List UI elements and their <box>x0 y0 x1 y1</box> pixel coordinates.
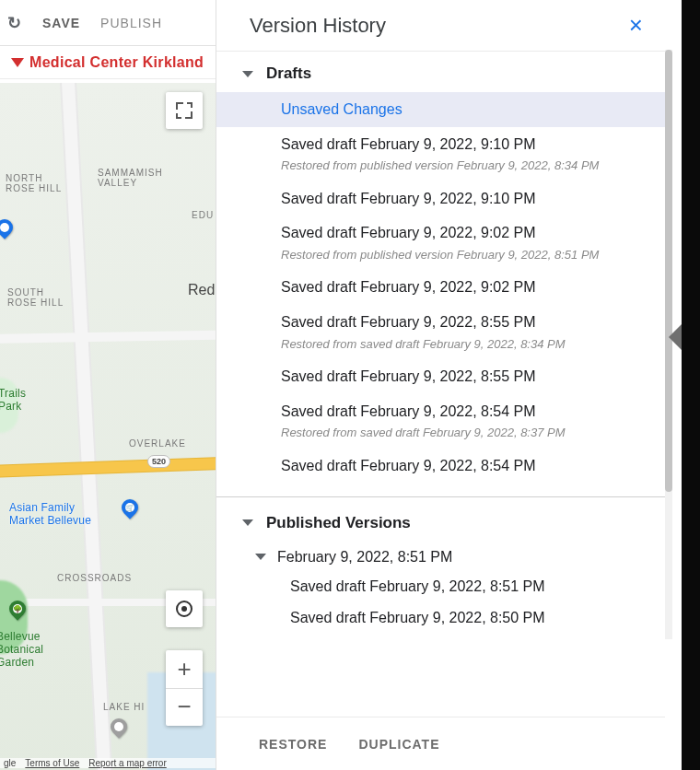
version-item[interactable]: Saved draft February 9, 2022, 8:50 PM <box>216 602 665 634</box>
version-label: Unsaved Changes <box>281 99 654 120</box>
window-frame-rail <box>682 0 700 770</box>
redo-icon[interactable]: ↻ <box>7 13 22 33</box>
version-label: Saved draft February 9, 2022, 8:50 PM <box>290 610 545 625</box>
panel-body: Drafts Unsaved Changes Saved draft Febru… <box>216 52 665 770</box>
map-attribution: gle Terms of Use Report a map error <box>0 758 216 768</box>
fullscreen-button[interactable] <box>166 92 203 129</box>
map-label: LAKE HI <box>103 702 145 712</box>
version-note: Restored from published version February… <box>281 247 654 263</box>
version-label: Saved draft February 9, 2022, 8:55 PM <box>281 367 654 387</box>
version-item[interactable]: Saved draft February 9, 2022, 9:02 PM Re… <box>216 216 665 270</box>
version-item[interactable]: Saved draft February 9, 2022, 8:55 PM <box>216 359 665 394</box>
location-name: Medical Center Kirkland <box>29 54 204 71</box>
close-icon[interactable]: × <box>625 11 647 40</box>
published-section-label: Published Versions <box>266 514 411 532</box>
published-group-label: February 9, 2022, 8:51 PM <box>277 549 452 566</box>
version-item[interactable]: Saved draft February 9, 2022, 9:02 PM <box>216 270 665 305</box>
section-divider <box>216 496 665 497</box>
version-label: Saved draft February 9, 2022, 8:51 PM <box>290 578 545 594</box>
save-button[interactable]: SAVE <box>42 16 80 30</box>
version-label: Saved draft February 9, 2022, 8:55 PM <box>281 312 654 332</box>
locate-icon <box>176 601 192 617</box>
version-item[interactable]: Saved draft February 9, 2022, 8:54 PM Re… <box>216 394 665 449</box>
version-item[interactable]: Saved draft February 9, 2022, 8:54 PM <box>216 449 665 484</box>
terms-of-use-link[interactable]: Terms of Use <box>25 758 79 768</box>
map-label: Trails Park <box>0 387 26 413</box>
report-map-error-link[interactable]: Report a map error <box>88 758 166 768</box>
published-section-header[interactable]: Published Versions <box>216 501 665 542</box>
chevron-down-icon <box>242 71 253 77</box>
map-attribution-text: gle <box>4 758 16 768</box>
version-label: Saved draft February 9, 2022, 9:10 PM <box>281 134 654 155</box>
map-label: EDU <box>192 210 214 220</box>
map-label: Bellevue Botanical Garden <box>0 630 43 669</box>
version-label: Saved draft February 9, 2022, 8:54 PM <box>281 402 654 422</box>
map-label: Redn <box>188 282 216 298</box>
zoom-control: + − <box>166 650 203 726</box>
version-note: Restored from published version February… <box>281 158 654 174</box>
chevron-down-icon <box>242 519 253 526</box>
map-canvas[interactable]: NORTH ROSE HILL SAMMAMISH VALLEY EDU SOU… <box>0 83 216 770</box>
map-label: SAMMAMISH VALLEY <box>98 168 163 188</box>
panel-header: Version History × <box>216 0 665 52</box>
version-item[interactable]: Unsaved Changes <box>216 92 665 127</box>
map-label: OVERLAKE <box>129 438 186 449</box>
location-marker-icon <box>11 58 24 67</box>
version-item[interactable]: Saved draft February 9, 2022, 8:55 PM Re… <box>216 305 665 359</box>
published-version-group[interactable]: February 9, 2022, 8:51 PM <box>216 542 665 571</box>
drafts-section-header[interactable]: Drafts <box>216 52 665 92</box>
version-note: Restored from saved draft February 9, 20… <box>281 336 654 353</box>
restore-button[interactable]: RESTORE <box>259 737 327 752</box>
map-label: NORTH ROSE HILL <box>6 173 62 193</box>
version-label: Saved draft February 9, 2022, 9:02 PM <box>281 277 654 298</box>
version-label: Saved draft February 9, 2022, 8:54 PM <box>281 456 654 476</box>
publish-button[interactable]: PUBLISH <box>100 16 162 30</box>
version-label: Saved draft February 9, 2022, 9:02 PM <box>281 223 654 243</box>
map-label-poi: Asian Family Market Bellevue <box>9 501 91 527</box>
location-name-row: Medical Center Kirkland <box>0 46 216 79</box>
panel-scrollbar-thumb[interactable] <box>665 50 672 492</box>
version-note: Restored from saved draft February 9, 20… <box>281 425 654 441</box>
version-item[interactable]: Saved draft February 9, 2022, 9:10 PM Re… <box>216 127 665 181</box>
duplicate-button[interactable]: DUPLICATE <box>358 737 439 752</box>
zoom-in-button[interactable]: + <box>166 650 203 688</box>
route-shield: 520 <box>147 455 170 468</box>
version-item[interactable]: Saved draft February 9, 2022, 8:51 PM <box>216 571 665 602</box>
version-item[interactable]: Saved draft February 9, 2022, 9:10 PM <box>216 181 665 216</box>
drafts-section-label: Drafts <box>266 64 311 83</box>
zoom-out-button[interactable]: − <box>166 688 203 727</box>
map-label: SOUTH ROSE HILL <box>7 287 64 308</box>
version-label: Saved draft February 9, 2022, 9:10 PM <box>281 189 654 209</box>
locate-me-button[interactable] <box>166 590 203 627</box>
chevron-down-icon <box>255 554 266 560</box>
version-history-panel: Version History × Drafts Unsaved Changes… <box>216 0 665 770</box>
map-label: CROSSROADS <box>57 573 132 583</box>
panel-title: Version History <box>250 14 386 38</box>
panel-footer: RESTORE DUPLICATE <box>216 717 665 770</box>
